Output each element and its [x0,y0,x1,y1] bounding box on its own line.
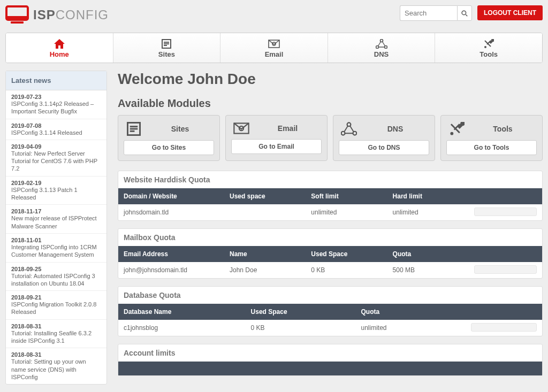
panel-hd-quota: Website Harddisk Quota Domain / Website … [118,171,543,221]
go-to-tools-button[interactable]: Go to Tools [446,140,537,155]
go-to-email-button[interactable]: Go to Email [231,139,322,154]
hd-hard: unlimited [387,204,469,220]
section-available-modules: Available Modules [118,97,543,110]
nav-label-dns: DNS [331,50,432,58]
monitor-icon [5,5,29,25]
email-icon [233,122,249,135]
sites-icon [162,39,171,49]
col-domain: Domain / Website [118,188,224,204]
col-bar [469,188,542,204]
db-bar [466,320,542,336]
db-quota: unlimited [356,320,466,336]
hd-soft: unlimited [306,204,387,220]
go-to-dns-button[interactable]: Go to DNS [339,140,429,155]
sidebar-title: Latest news [6,71,106,90]
tools-icon [483,39,494,49]
svg-point-14 [484,46,486,48]
page-title: Welcome John Doe [118,71,543,88]
main-nav: Home Sites Email DNS Tools [5,33,543,63]
hd-bar [469,204,542,220]
news-item[interactable]: 2018-08-31Tutorial: Setting up your own … [6,348,106,384]
svg-point-12 [376,46,378,49]
news-item[interactable]: 2019-02-19ISPConfig 3.1.13 Patch 1 Relea… [6,176,106,205]
col-hard: Hard limit [387,188,469,204]
nav-tab-home[interactable]: Home [6,33,113,63]
svg-point-24 [450,132,453,135]
panel-db-quota: Database Quota Database Name Used Space … [118,286,543,336]
svg-point-22 [341,132,345,135]
svg-rect-1 [6,16,28,20]
dns-icon [376,39,387,49]
go-to-sites-button[interactable]: Go to Sites [124,140,214,155]
col-mail: Email Address [118,246,224,262]
news-item[interactable]: 2019-07-23ISPConfig 3.1.14p2 Released – … [6,90,106,119]
hd-used [224,204,306,220]
sidebar-news: Latest news 2019-07-23ISPConfig 3.1.14p2… [5,71,107,385]
nav-tab-tools[interactable]: Tools [435,33,542,63]
module-dns: DNS Go to DNS [333,115,435,161]
news-item[interactable]: 2018-09-25Tutorial: Automated ISPConfig … [6,263,106,291]
col-bar [469,246,542,262]
brand-logo: ISPCONFIG [5,5,109,25]
col-soft: Soft limit [306,188,387,204]
module-sites: Sites Go to Sites [118,115,220,161]
col-used: Used Space [246,304,356,320]
panel-title: Website Harddisk Quota [118,171,542,188]
module-email: Email Go to Email [225,115,328,161]
search-input[interactable] [400,5,457,21]
nav-tab-email[interactable]: Email [220,33,328,63]
panel-title: Mailbox Quota [118,229,542,246]
module-name: Email [256,124,319,133]
module-cards: Sites Go to Sites Email Go to Email DNS [118,115,543,161]
news-item[interactable]: 2018-11-17New major release of ISPProtec… [6,205,106,234]
svg-point-11 [380,40,383,42]
mb-used: 0 KB [306,262,387,278]
module-tools: Tools Go to Tools [440,115,543,161]
logout-button[interactable]: LOGOUT CLIENT [477,5,543,20]
panel-mb-quota: Mailbox Quota Email Address Name Used Sp… [118,228,543,279]
news-item[interactable]: 2019-04-09Tutorial: New Perfect Server T… [6,140,106,176]
news-item[interactable]: 2018-08-31Tutorial: Installing Seafile 6… [6,320,106,349]
col-quota: Quota [356,304,466,320]
nav-label-email: Email [223,50,325,58]
tools-icon [448,122,465,136]
nav-label-sites: Sites [116,50,218,58]
mb-bar [469,262,542,278]
svg-point-23 [353,132,357,135]
panel-title: Database Quota [118,287,542,304]
nav-label-tools: Tools [438,50,539,58]
news-item[interactable]: 2019-07-08ISPConfig 3.1.14 Released [6,119,106,140]
mb-email[interactable]: john@johnsdomain.tld [118,262,224,278]
search-group [400,5,472,21]
db-name[interactable]: c1johnsblog [118,320,246,336]
svg-point-3 [462,11,466,15]
news-item[interactable]: 2018-11-01Integrating ISPConfig into 1CR… [6,234,106,263]
nav-tab-dns[interactable]: DNS [328,33,436,63]
dns-icon [341,122,357,136]
col-used: Used space [224,188,306,204]
panel-account-limits: Account limits [118,344,543,376]
news-item[interactable]: 2018-09-21ISPConfig Migration Toolkit 2.… [6,291,106,320]
svg-point-21 [347,122,351,126]
email-icon [268,40,280,48]
home-icon [54,39,65,49]
col-bar [466,304,542,320]
module-name: Sites [148,125,212,133]
nav-label-home: Home [9,50,110,58]
hd-domain[interactable]: johnsdomain.tld [118,204,224,220]
search-button[interactable] [457,5,472,21]
col-quota: Quota [387,246,469,262]
sites-icon [126,122,142,136]
db-used: 0 KB [246,320,356,336]
module-name: Tools [471,125,535,133]
nav-tab-sites[interactable]: Sites [113,33,221,63]
search-icon [461,10,468,17]
svg-point-13 [384,46,387,49]
module-name: DNS [363,125,427,133]
mb-quota: 500 MB [387,262,469,278]
panel-title: Account limits [118,344,542,362]
col-used: Used Space [306,246,387,262]
mb-name: John Doe [224,262,306,278]
brand-name: ISPCONFIG [33,7,109,22]
svg-line-4 [466,14,467,16]
